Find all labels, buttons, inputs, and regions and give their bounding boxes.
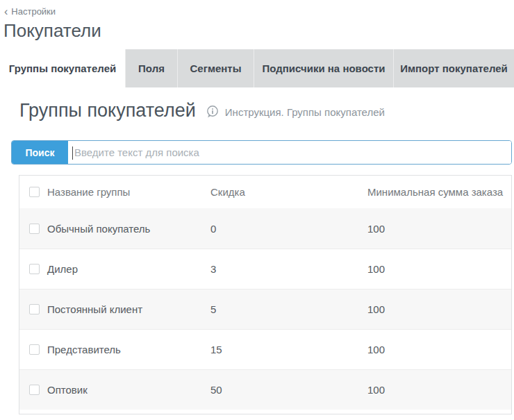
min-order-cell: 100 <box>367 303 511 315</box>
table-row[interactable]: Постоянный клиент 5 100 <box>19 289 511 329</box>
tab-segments[interactable]: Сегменты <box>177 49 254 87</box>
group-name-cell: Обычный покупатель <box>47 223 210 235</box>
customer-groups-table: Название группы Скидка Минимальная сумма… <box>19 175 512 414</box>
info-bubble-icon <box>206 105 219 119</box>
row-checkbox-cell <box>19 304 47 314</box>
group-name-cell: Дилер <box>47 263 210 275</box>
text-caret <box>72 146 73 160</box>
group-name-cell: Оптовик <box>47 384 210 396</box>
section-header: Группы покупателей Инструкция. Группы по… <box>19 99 514 121</box>
tab-newsletter-subscribers[interactable]: Подписчики на новости <box>254 49 393 87</box>
tab-customer-import[interactable]: Импорт покупателей <box>393 49 514 87</box>
column-header-group-name: Название группы <box>47 186 210 198</box>
instruction-label: Инструкция. Группы покупателей <box>225 106 385 118</box>
row-checkbox-cell <box>19 264 47 274</box>
tab-fields[interactable]: Поля <box>125 49 177 87</box>
min-order-cell: 100 <box>367 384 511 396</box>
discount-cell: 3 <box>210 263 367 275</box>
search-input[interactable] <box>68 141 511 164</box>
instruction-link[interactable]: Инструкция. Группы покупателей <box>206 105 385 119</box>
row-checkbox[interactable] <box>29 264 40 274</box>
row-checkbox[interactable] <box>29 385 40 395</box>
column-header-min-order: Минимальная сумма заказа <box>367 186 511 198</box>
min-order-cell: 100 <box>367 223 511 235</box>
group-name-cell: Постоянный клиент <box>47 303 210 315</box>
breadcrumb[interactable]: ‹ Настройки <box>4 6 56 17</box>
discount-cell: 50 <box>210 384 367 396</box>
table-row[interactable]: Дилер 3 100 <box>19 249 511 289</box>
row-checkbox[interactable] <box>29 344 40 355</box>
top-bar: ‹ Настройки Покупатели <box>0 0 514 42</box>
page-title: Покупатели <box>3 20 514 42</box>
row-checkbox[interactable] <box>29 224 40 234</box>
table-header-row: Название группы Скидка Минимальная сумма… <box>19 176 511 208</box>
discount-cell: 0 <box>210 223 367 235</box>
row-checkbox[interactable] <box>29 304 40 314</box>
table-row[interactable]: Представитель 15 100 <box>19 329 511 369</box>
column-header-discount: Скидка <box>210 186 367 198</box>
search-field-wrap <box>68 141 511 164</box>
row-checkbox-cell <box>19 224 47 234</box>
section-title: Группы покупателей <box>19 99 196 121</box>
table-row[interactable]: Оптовик 50 100 <box>19 369 511 410</box>
search-bar: Поиск <box>11 140 512 165</box>
select-all-cell <box>19 187 47 197</box>
group-name-cell: Представитель <box>47 344 210 355</box>
table-body: Обычный покупатель 0 100 Дилер 3 100 Пос… <box>19 208 511 410</box>
min-order-cell: 100 <box>367 263 511 275</box>
chevron-left-icon: ‹ <box>4 7 8 16</box>
breadcrumb-label: Настройки <box>11 6 56 17</box>
row-checkbox-cell <box>19 385 47 395</box>
table-row[interactable]: Обычный покупатель 0 100 <box>19 208 511 249</box>
row-checkbox-cell <box>19 344 47 355</box>
select-all-checkbox[interactable] <box>29 187 40 197</box>
tab-bar: Группы покупателей Поля Сегменты Подписч… <box>0 49 514 87</box>
search-button[interactable]: Поиск <box>12 141 68 164</box>
tab-customer-groups[interactable]: Группы покупателей <box>0 49 125 87</box>
min-order-cell: 100 <box>367 344 511 355</box>
discount-cell: 15 <box>210 344 367 355</box>
discount-cell: 5 <box>210 303 367 315</box>
